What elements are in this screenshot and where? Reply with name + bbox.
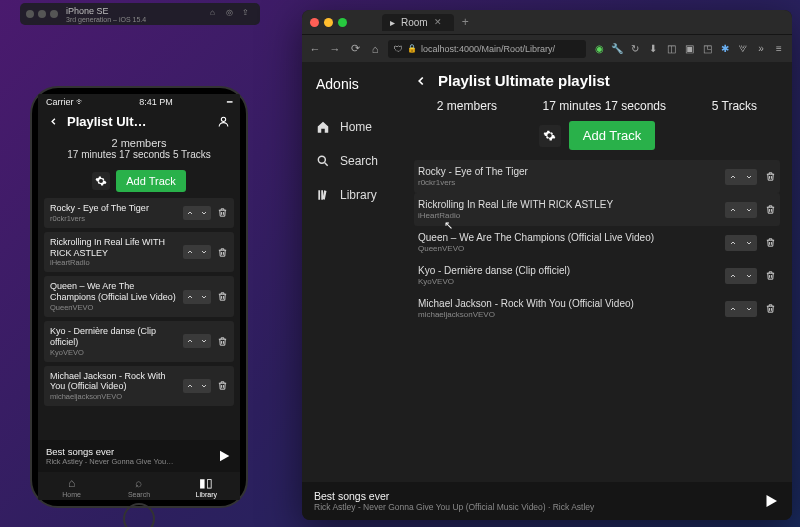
reorder-buttons [183, 334, 211, 348]
sidebar: Adonis Home Search Library [302, 62, 402, 482]
move-down-button[interactable] [741, 235, 757, 251]
move-up-button[interactable] [725, 268, 741, 284]
move-down-button[interactable] [741, 301, 757, 317]
svg-point-0 [221, 117, 225, 121]
move-up-button[interactable] [183, 334, 197, 348]
sync-icon[interactable]: ↻ [628, 43, 642, 54]
move-up-button[interactable] [183, 245, 197, 259]
library-icon [316, 188, 330, 202]
ext4-icon[interactable]: ◳ [700, 43, 714, 54]
screenshot-icon[interactable]: ◎ [226, 8, 238, 20]
move-up-button[interactable] [725, 202, 741, 218]
delete-button[interactable] [217, 291, 228, 302]
track-channel: iHeartRadio [418, 211, 719, 220]
tab-title: Room [401, 17, 428, 28]
reload-icon[interactable]: ⟳ [348, 42, 362, 55]
delete-button[interactable] [765, 171, 776, 182]
track-row[interactable]: Rickrolling In Real Life WITH RICK ASTLE… [414, 193, 780, 226]
sidebar-item-home[interactable]: Home [310, 110, 394, 144]
move-down-button[interactable] [741, 202, 757, 218]
now-playing-bar[interactable]: Best songs ever Rick Astley - Never Gonn… [302, 482, 792, 520]
delete-button[interactable] [217, 336, 228, 347]
move-down-button[interactable] [197, 379, 211, 393]
home-icon[interactable]: ⌂ [368, 43, 382, 55]
delete-button[interactable] [217, 207, 228, 218]
svg-point-1 [318, 156, 325, 163]
move-up-button[interactable] [183, 206, 197, 220]
nav-back-icon[interactable]: ← [308, 43, 322, 55]
move-down-button[interactable] [197, 206, 211, 220]
url-text: localhost:4000/Main/Root/Library/ [421, 44, 555, 54]
settings-button[interactable] [92, 172, 110, 190]
shield-icon: 🛡 [394, 44, 403, 54]
track-row[interactable]: Queen – We Are The Champions (Official L… [414, 226, 780, 259]
delete-button[interactable] [765, 270, 776, 281]
track-row[interactable]: Rocky - Eye of The Tiger r0ckr1vers [414, 160, 780, 193]
track-row[interactable]: Rickrolling In Real Life WITH RICK ASTLE… [44, 232, 234, 273]
track-row[interactable]: Kyo - Dernière danse (Clip officiel) Kyo… [414, 259, 780, 292]
tab-library[interactable]: ▮▯Library [173, 476, 240, 498]
menu-icon[interactable]: ≡ [772, 43, 786, 54]
snowflake-icon[interactable]: ✱ [718, 43, 732, 54]
track-row[interactable]: Kyo - Dernière danse (Clip officiel) Kyo… [44, 321, 234, 362]
move-up-button[interactable] [725, 235, 741, 251]
track-row[interactable]: Rocky - Eye of The Tiger r0ckr1vers [44, 198, 234, 228]
browser-tab[interactable]: ▸ Room ✕ [382, 14, 454, 31]
track-row[interactable]: Michael Jackson - Rock With You (Officia… [414, 292, 780, 325]
tab-search[interactable]: ⌕Search [105, 476, 172, 498]
move-down-button[interactable] [197, 290, 211, 304]
wrench-icon[interactable]: 🔧 [610, 43, 624, 54]
add-track-button[interactable]: Add Track [116, 170, 186, 192]
back-icon[interactable] [48, 116, 59, 127]
reorder-buttons [725, 235, 757, 251]
delete-button[interactable] [217, 380, 228, 391]
play-icon[interactable] [762, 492, 780, 510]
traffic-dot [50, 10, 58, 18]
delete-button[interactable] [765, 237, 776, 248]
url-bar[interactable]: 🛡 🔒 localhost:4000/Main/Root/Library/ [388, 40, 586, 58]
move-down-button[interactable] [741, 169, 757, 185]
back-icon[interactable] [414, 74, 428, 88]
nav-forward-icon[interactable]: → [328, 43, 342, 55]
share-icon[interactable]: ⇪ [242, 8, 254, 20]
home-icon[interactable]: ⌂ [210, 8, 222, 20]
chevrons-icon[interactable]: » [754, 43, 768, 54]
members-label: 2 members [38, 137, 240, 149]
sidebar-item-label: Home [340, 120, 372, 134]
move-down-button[interactable] [197, 245, 211, 259]
delete-button[interactable] [765, 204, 776, 215]
sidebar-item-library[interactable]: Library [310, 178, 394, 212]
track-row[interactable]: Queen – We Are The Champions (Official L… [44, 276, 234, 317]
move-down-button[interactable] [741, 268, 757, 284]
ext2-icon[interactable]: ◫ [664, 43, 678, 54]
ext3-icon[interactable]: ▣ [682, 43, 696, 54]
delete-button[interactable] [217, 247, 228, 258]
add-track-button[interactable]: Add Track [569, 121, 656, 150]
user-icon[interactable] [217, 115, 230, 128]
ext-icon[interactable]: ◉ [592, 43, 606, 54]
page-title: Playlist Ult… [67, 114, 209, 129]
track-channel: r0ckr1vers [418, 178, 719, 187]
close-icon[interactable] [310, 18, 319, 27]
maximize-icon[interactable] [338, 18, 347, 27]
move-down-button[interactable] [197, 334, 211, 348]
tab-home[interactable]: ⌂Home [38, 476, 105, 498]
move-up-button[interactable] [725, 169, 741, 185]
vpn-icon[interactable]: ⩔ [736, 43, 750, 54]
download-icon[interactable]: ⬇ [646, 43, 660, 54]
new-tab-button[interactable]: + [458, 15, 473, 29]
move-up-button[interactable] [183, 290, 197, 304]
track-row[interactable]: Michael Jackson - Rock With You (Officia… [44, 366, 234, 407]
play-icon[interactable] [216, 448, 232, 464]
sidebar-item-search[interactable]: Search [310, 144, 394, 178]
minimize-icon[interactable] [324, 18, 333, 27]
settings-button[interactable] [539, 125, 561, 147]
move-up-button[interactable] [725, 301, 741, 317]
home-button[interactable] [123, 503, 155, 527]
delete-button[interactable] [765, 303, 776, 314]
close-tab-icon[interactable]: ✕ [434, 17, 442, 27]
now-playing-bar[interactable]: Best songs ever Rick Astley - Never Gonn… [38, 440, 240, 472]
track-channel: r0ckr1vers [50, 214, 179, 223]
home-icon: ⌂ [68, 476, 75, 490]
move-up-button[interactable] [183, 379, 197, 393]
